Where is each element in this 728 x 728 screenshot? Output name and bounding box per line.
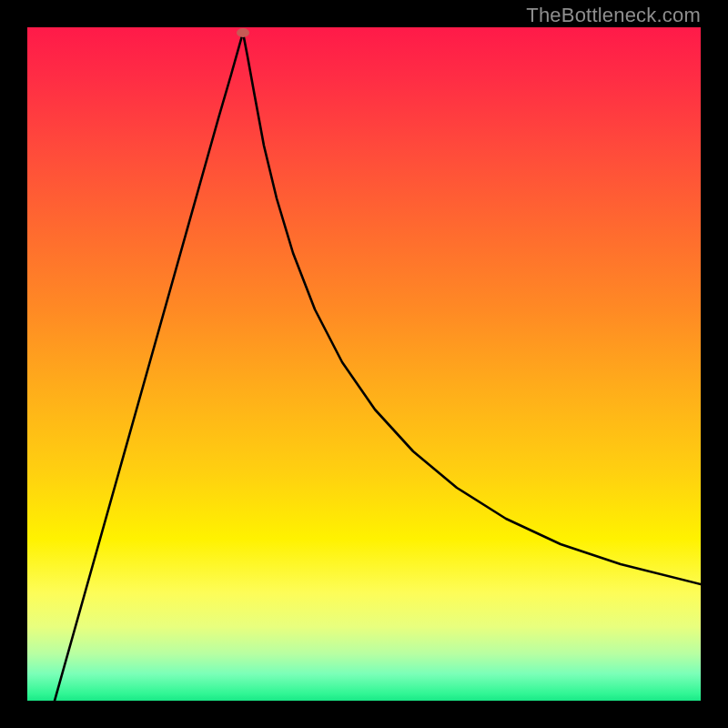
watermark-text: TheBottleneck.com <box>526 4 701 27</box>
curve-right-branch <box>243 33 701 584</box>
curve-left-branch <box>55 33 243 701</box>
chart-svg <box>27 27 701 701</box>
cusp-marker <box>237 28 249 37</box>
plot-area <box>27 27 701 701</box>
chart-frame: TheBottleneck.com <box>0 0 728 728</box>
